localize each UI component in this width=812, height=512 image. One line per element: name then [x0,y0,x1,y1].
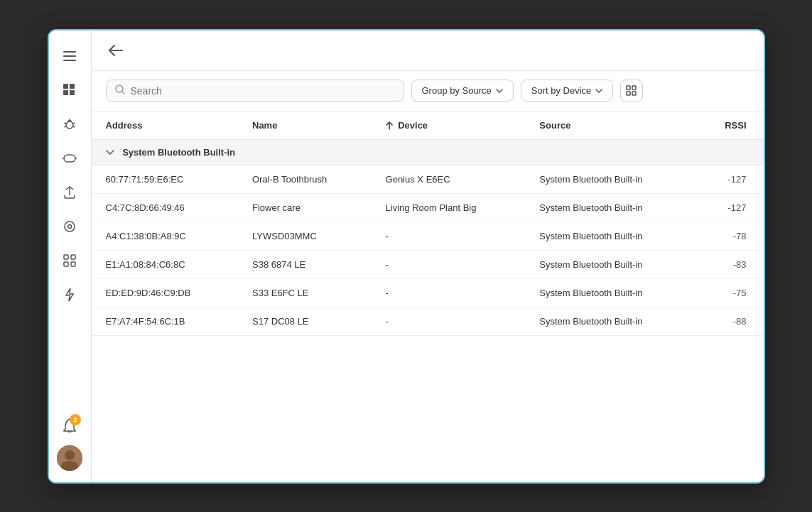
chevron-down-icon [496,89,503,93]
table-row[interactable]: E1:A1:08:84:C6:8C S38 6874 LE - System B… [92,250,764,278]
cell-address: E1:A1:08:84:C6:8C [92,250,239,278]
cell-device: - [372,278,526,307]
cell-source: System Bluetooth Built-in [525,250,695,278]
col-device[interactable]: Device [372,111,526,140]
device-table: Address Name Device Source RSSI [92,111,764,336]
svg-line-9 [65,123,67,124]
svg-rect-20 [71,262,75,266]
svg-line-11 [65,126,67,127]
cell-name: LYWSD03MMC [238,222,372,250]
device-table-container: Address Name Device Source RSSI [92,111,764,482]
grid-icon[interactable] [55,246,84,275]
group-header-row[interactable]: System Bluetooth Built-in [92,139,764,165]
cell-name: Oral-B Toothbrush [238,165,372,193]
cell-source: System Bluetooth Built-in [525,307,695,335]
cell-rssi: -127 [695,165,763,193]
svg-rect-18 [71,255,75,259]
cell-rssi: -78 [695,222,763,250]
col-name: Name [238,111,372,140]
sort-up-icon [386,120,396,131]
svg-rect-17 [64,255,68,259]
sort-by-device-button[interactable]: Sort by Device [521,80,614,102]
svg-point-15 [65,222,75,232]
back-button[interactable] [106,42,126,59]
cell-device: - [372,222,526,250]
group-collapse-icon[interactable] [106,147,117,158]
group-by-source-button[interactable]: Group by Source [411,80,514,102]
col-rssi: RSSI [695,111,763,140]
table-row[interactable]: ED:ED:9D:46:C9:DB S33 E6FC LE - System B… [92,278,764,307]
table-row[interactable]: 60:77:71:59:E6:EC Oral-B Toothbrush Geni… [92,165,764,193]
svg-rect-30 [632,92,636,95]
cell-rssi: -127 [695,193,763,222]
svg-rect-6 [70,90,75,95]
svg-rect-19 [64,262,68,266]
cell-rssi: -88 [695,307,763,335]
loop-icon[interactable] [55,144,84,173]
grid-view-button[interactable] [620,80,643,102]
chevron-down-icon-2 [595,89,602,93]
cell-source: System Bluetooth Built-in [525,278,695,307]
search-input[interactable] [131,85,395,97]
cell-address: C4:7C:8D:66:49:46 [92,193,239,222]
svg-point-22 [65,450,75,460]
cell-name: S17 DC08 LE [238,307,372,335]
cell-name: S33 E6FC LE [238,278,372,307]
table-row[interactable]: E7:A7:4F:54:6C:1B S17 DC08 LE - System B… [92,307,764,335]
toolbar: Group by Source Sort by Device [92,71,764,111]
search-bar[interactable] [106,80,404,102]
cell-source: System Bluetooth Built-in [525,165,695,193]
search-icon [115,85,125,97]
cell-rssi: -75 [695,278,763,307]
col-address: Address [92,111,239,140]
main-content: Group by Source Sort by Device [92,31,764,482]
lightning-icon[interactable] [55,280,84,309]
cell-source: System Bluetooth Built-in [525,193,695,222]
svg-rect-1 [63,55,76,57]
brain-icon[interactable] [55,212,84,241]
svg-rect-29 [627,92,630,95]
cell-address: E7:A7:4F:54:6C:1B [92,307,239,335]
svg-rect-27 [627,86,630,89]
group-name: System Bluetooth Built-in [122,147,235,158]
cell-address: 60:77:71:59:E6:EC [92,165,239,193]
svg-line-10 [73,123,75,124]
cell-device: Living Room Plant Big [372,193,526,222]
table-row[interactable]: C4:7C:8D:66:49:46 Flower care Living Roo… [92,193,764,222]
svg-rect-4 [70,84,75,89]
svg-rect-0 [63,51,76,53]
cell-rssi: -83 [695,250,763,278]
avatar[interactable] [57,445,82,471]
cell-source: System Bluetooth Built-in [525,222,695,250]
app-window: 2 [48,29,765,484]
svg-line-12 [73,126,75,127]
dashboard-icon[interactable] [55,76,84,104]
notification-badge: 2 [70,414,81,425]
svg-rect-3 [63,84,68,89]
upload-icon[interactable] [55,178,84,207]
svg-rect-5 [63,90,68,95]
notification-icon[interactable]: 2 [55,411,84,440]
cell-device: - [372,307,526,335]
cell-address: A4:C1:38:0B:A8:9C [92,222,239,250]
svg-line-26 [122,92,124,94]
col-source: Source [525,111,695,140]
cell-address: ED:ED:9D:46:C9:DB [92,278,239,307]
svg-rect-28 [632,86,636,89]
sidebar: 2 [49,31,92,482]
cell-device: - [372,250,526,278]
cell-name: Flower care [238,193,372,222]
cell-device: Genius X E6EC [372,165,526,193]
svg-point-16 [68,224,72,228]
table-row[interactable]: A4:C1:38:0B:A8:9C LYWSD03MMC - System Bl… [92,222,764,250]
menu-icon[interactable] [55,42,84,70]
bug-icon[interactable] [55,110,84,138]
cell-name: S38 6874 LE [238,250,372,278]
header [92,31,764,71]
svg-point-7 [66,121,73,129]
svg-rect-2 [63,60,76,61]
